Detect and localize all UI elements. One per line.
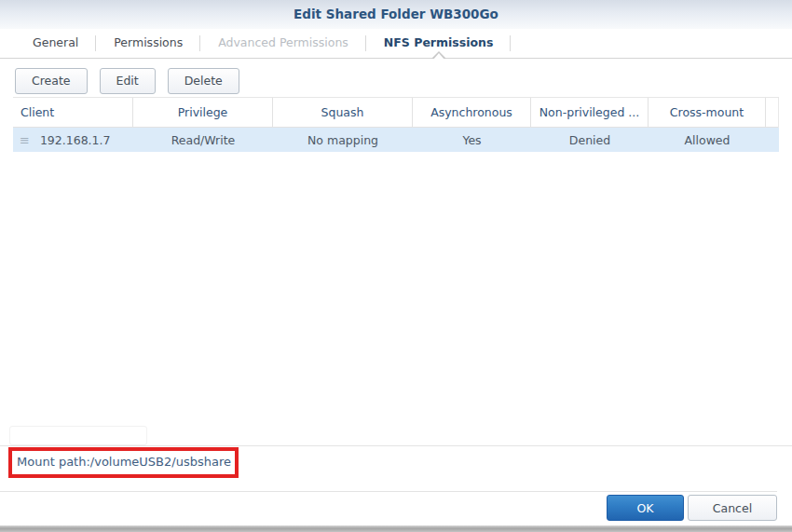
active-tab-caret-icon	[433, 53, 444, 60]
dialog-header: Edit Shared Folder WB300Go	[0, 0, 792, 29]
cell-client: ≡ 192.168.1.7	[13, 133, 133, 147]
client-value: 192.168.1.7	[40, 133, 111, 147]
edit-button[interactable]: Edit	[100, 68, 156, 94]
tab-nfs-permissions[interactable]: NFS Permissions	[366, 29, 512, 58]
mount-path-divider	[0, 445, 792, 446]
tab-advanced-permissions: Advanced Permissions	[200, 29, 366, 58]
cell-non-privileged: Denied	[531, 133, 649, 147]
faint-ghost-box	[9, 426, 147, 445]
tab-nfs-permissions-label: NFS Permissions	[384, 35, 494, 49]
delete-button[interactable]: Delete	[168, 68, 239, 94]
tab-advanced-permissions-label: Advanced Permissions	[218, 35, 348, 49]
dialog-bottom-edge	[0, 525, 792, 532]
cell-cross-mount: Allowed	[649, 133, 766, 147]
tab-general-label: General	[33, 35, 78, 49]
column-header-client[interactable]: Client	[13, 98, 133, 128]
column-header-gutter	[766, 98, 779, 128]
tab-permissions-label: Permissions	[114, 35, 183, 49]
table-header-row: Client Privilege Squash Asynchronous Non…	[13, 98, 779, 128]
cell-asynchronous: Yes	[413, 133, 531, 147]
tabs-underline	[0, 58, 792, 59]
column-header-privilege[interactable]: Privilege	[133, 98, 273, 128]
footer-divider	[0, 491, 777, 492]
ok-button[interactable]: OK	[607, 495, 684, 521]
column-header-non-privileged[interactable]: Non-privileged ...	[531, 98, 649, 128]
drag-handle-icon[interactable]: ≡	[20, 133, 30, 147]
dialog-title: Edit Shared Folder WB300Go	[0, 0, 792, 28]
mount-path-label: Mount path:/volumeUSB2/usbshare	[17, 455, 231, 469]
tab-general[interactable]: General	[15, 29, 96, 58]
nfs-rules-table: Client Privilege Squash Asynchronous Non…	[13, 97, 779, 152]
tab-bar: General Permissions Advanced Permissions…	[15, 29, 511, 58]
column-header-cross-mount[interactable]: Cross-mount	[649, 98, 766, 128]
column-header-asynchronous[interactable]: Asynchronous	[413, 98, 531, 128]
create-button[interactable]: Create	[15, 68, 88, 94]
tab-permissions[interactable]: Permissions	[96, 29, 200, 58]
cell-privilege: Read/Write	[133, 133, 273, 147]
cell-squash: No mapping	[273, 133, 413, 147]
nfs-toolbar: Create Edit Delete	[15, 68, 248, 94]
column-header-squash[interactable]: Squash	[273, 98, 413, 128]
table-row[interactable]: ≡ 192.168.1.7 Read/Write No mapping Yes …	[13, 128, 779, 152]
cancel-button[interactable]: Cancel	[688, 495, 777, 521]
